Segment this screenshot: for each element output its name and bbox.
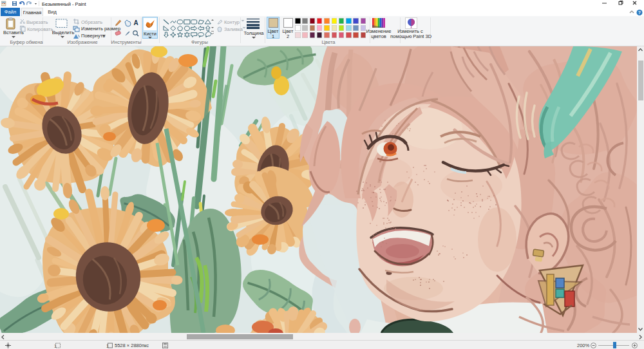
- svg-text:1: 1: [106, 344, 109, 348]
- svg-text:?: ?: [638, 10, 641, 15]
- svg-text:1: 1: [54, 344, 57, 348]
- svg-text:A: A: [133, 19, 138, 26]
